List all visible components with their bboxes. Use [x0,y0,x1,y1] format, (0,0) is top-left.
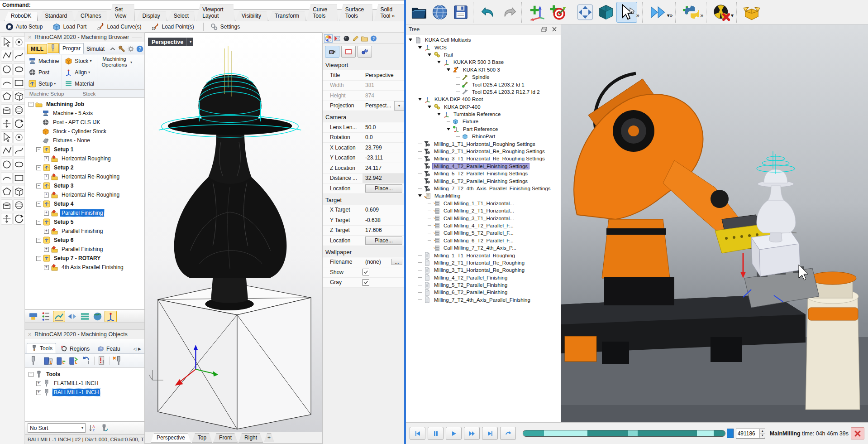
station-tree-item[interactable]: Call Milling_1_T1_Horizontal... [406,200,561,207]
station-tree-item[interactable]: WCS [406,43,561,51]
caret-down-icon[interactable] [428,106,431,108]
caret-down-icon[interactable] [437,61,441,63]
frustum-mode-button[interactable] [341,46,356,58]
station-tree-item[interactable]: KUKA KR 500 3 [406,66,561,73]
gray-checkbox[interactable] [362,279,369,286]
browse-button[interactable]: ... [391,259,402,265]
menu-tab-curve-tools[interactable]: Curve Tools [306,5,338,21]
camera-mode-button[interactable] [325,46,339,58]
rhino-tool-point-icon[interactable] [13,36,25,48]
select-cursor-button[interactable] [616,2,637,23]
toolpath-points-button[interactable] [40,311,52,322]
tree-item[interactable]: +Horizontal Re-Roughing [25,172,144,181]
folder-icon[interactable] [361,35,368,42]
expand-toggle[interactable]: − [36,165,41,170]
menu-tab-standard[interactable]: Standard [38,11,73,21]
rhino-tool-mirror-icon[interactable] [13,145,25,157]
machining-operations-button[interactable]: Machining Operations▾ [99,55,133,69]
property-value[interactable]: 24.117 [362,165,404,171]
stock-button[interactable]: Stock▾ [63,55,95,67]
station-tree-item[interactable]: Milling_7_T2_4th_Axis_Parallel_Finishing [406,296,561,304]
caret-down-icon[interactable] [447,68,450,71]
tree-item[interactable]: +FLATMILL-1 INCH [25,379,144,388]
station-tree-item[interactable]: Milling_6_T2_Parallel_Finishing Settings [406,177,561,184]
menu-tab-display[interactable]: Display [136,11,166,21]
revert-tool-button[interactable] [81,356,92,366]
close-simulation-button[interactable] [851,427,864,439]
tree-item[interactable]: −Setup 2 [25,163,144,172]
property-value[interactable]: 17.606 [362,227,404,233]
expand-toggle[interactable]: + [44,229,49,234]
dropdown-button[interactable]: ▾ [394,101,404,111]
tree-item[interactable]: +Parallel Finishing [25,227,144,236]
play-button[interactable] [446,427,462,440]
rhino-tool-array-icon[interactable] [13,199,25,211]
stock-sim-button[interactable] [79,311,91,322]
expand-toggle[interactable]: + [44,174,49,179]
cube-view-button[interactable] [596,2,616,23]
rhino-tool-circle-icon[interactable] [1,63,13,75]
station-tree-item[interactable]: Milling_5_T2_Parallel_Finishing Settings [406,170,561,177]
expand-toggle[interactable]: + [36,390,41,395]
expand-toggle[interactable]: − [36,202,41,207]
collapse-chevron-icon[interactable] [109,45,117,53]
viewport-title[interactable]: Perspective▾ [148,38,193,46]
caret-down-icon[interactable] [418,46,422,49]
tool-info-button[interactable] [97,356,107,366]
frame-spinner[interactable]: ▲▼ [736,429,765,439]
station-tree-item[interactable]: Milling_3_T1_Horizontal_Re_Roughing Sett… [406,155,561,162]
close-panel-icon[interactable] [551,26,558,33]
station-tree-item[interactable]: Call Milling_5_T2_Parallel_F... [406,229,561,236]
help-icon[interactable]: ? [136,45,144,53]
tree-item[interactable]: −Setup 6 [25,236,144,245]
place-button[interactable]: Place... [365,236,402,245]
station-tree-item[interactable]: KUKA Cell Multiaxis [406,36,561,43]
overflow-chevron[interactable]: » [700,12,703,19]
station-tree-item[interactable]: Spindle [406,73,561,81]
rhino-tool-revolve-icon[interactable] [13,186,25,198]
create-tool-button[interactable] [28,356,38,366]
settings-button[interactable]: Settings [208,22,242,31]
property-value[interactable]: Perspective [362,72,404,78]
dropdown-arrow[interactable]: ▾ [731,12,734,19]
viewport-3d-scene[interactable] [145,33,322,432]
rhino-tool-dimension-icon[interactable] [1,213,13,225]
close-icon[interactable]: ✕ [28,332,32,338]
viewport-tab-top[interactable]: Top [192,433,212,443]
load-part-button[interactable]: Load Part [51,22,88,31]
isometric-view-button[interactable] [741,2,762,23]
rhino-tool-scale-icon[interactable] [1,145,13,157]
rhino-tool-rotate-icon[interactable] [13,131,25,143]
expand-toggle[interactable]: − [36,256,41,261]
station-tree-item[interactable]: Milling_4_T2_Parallel_Finishing [406,274,561,281]
robodk-3d-view[interactable] [561,24,868,422]
sort-dropdown[interactable]: No Sort▾ [28,423,86,433]
overflow-chevron[interactable]: » [636,12,639,19]
rhino-tool-join-icon[interactable] [1,172,13,184]
show-checkbox[interactable] [362,269,369,275]
tree-item[interactable]: +BALLMILL-1 INCH [25,388,144,397]
expand-toggle[interactable]: + [44,211,49,216]
record-button[interactable] [711,2,732,23]
caret-down-icon[interactable] [418,98,422,101]
tree-item[interactable]: +4th Axis Parallel Finishing [25,263,144,272]
pen-icon[interactable] [352,35,359,42]
spin-down-icon[interactable]: ▼ [760,434,765,438]
station-tree-item[interactable]: Milling_5_T2_Parallel_Finishing [406,281,561,289]
tree-item[interactable]: Fixtures - None [25,136,144,145]
property-value[interactable]: -23.111 [362,154,404,161]
station-tree-item[interactable]: Fixture [406,118,561,125]
menu-tab-robodk[interactable]: RoboDK [5,11,38,21]
tab-program[interactable]: Prograr [59,43,84,54]
delete-tool-button[interactable] [112,356,123,366]
station-tree-item[interactable]: Milling_3_T1_Horizontal_Re_Roughing [406,266,561,274]
rhino-tool-rectangle-icon[interactable] [13,77,25,89]
fit-view-button[interactable] [575,2,596,23]
load-tool-library-button[interactable] [43,356,54,366]
station-tree-item[interactable]: Call Milling_6_T2_Parallel_F... [406,237,561,244]
rhino-tool-surface-icon[interactable] [13,91,25,102]
tree-item[interactable]: +Horizontal Roughing [25,154,144,163]
overflow-chevron[interactable]: » [670,12,673,19]
add-target-button[interactable] [547,2,568,23]
rhino-viewport[interactable]: Perspective▾ [145,33,322,444]
